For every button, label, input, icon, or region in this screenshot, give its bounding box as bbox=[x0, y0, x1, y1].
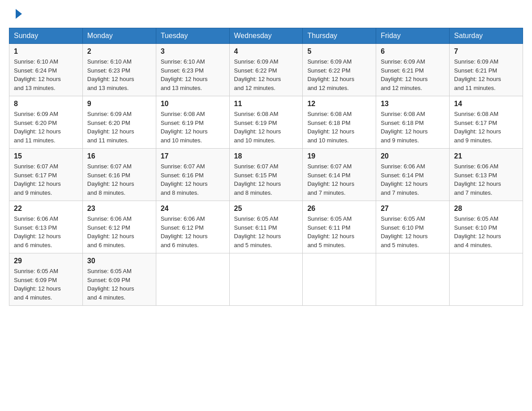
calendar-day-cell: 30Sunrise: 6:05 AMSunset: 6:09 PMDayligh… bbox=[82, 253, 156, 306]
day-info: Sunrise: 6:06 AMSunset: 6:12 PMDaylight:… bbox=[161, 214, 225, 249]
day-number: 24 bbox=[161, 205, 225, 213]
calendar-day-cell: 5Sunrise: 6:09 AMSunset: 6:22 PMDaylight… bbox=[303, 44, 376, 96]
calendar-day-cell: 28Sunrise: 6:05 AMSunset: 6:10 PMDayligh… bbox=[450, 201, 523, 253]
day-info: Sunrise: 6:08 AMSunset: 6:19 PMDaylight:… bbox=[161, 110, 225, 145]
day-info: Sunrise: 6:08 AMSunset: 6:17 PMDaylight:… bbox=[454, 110, 518, 145]
day-info: Sunrise: 6:09 AMSunset: 6:21 PMDaylight:… bbox=[381, 57, 445, 92]
day-info: Sunrise: 6:09 AMSunset: 6:22 PMDaylight:… bbox=[234, 57, 298, 92]
day-number: 22 bbox=[14, 205, 78, 213]
calendar-day-cell: 22Sunrise: 6:06 AMSunset: 6:13 PMDayligh… bbox=[9, 201, 83, 253]
day-info: Sunrise: 6:08 AMSunset: 6:18 PMDaylight:… bbox=[307, 110, 371, 145]
calendar-day-cell: 25Sunrise: 6:05 AMSunset: 6:11 PMDayligh… bbox=[229, 201, 303, 253]
day-number: 29 bbox=[14, 257, 78, 265]
day-of-week-header: Friday bbox=[376, 28, 450, 44]
calendar-day-cell: 3Sunrise: 6:10 AMSunset: 6:23 PMDaylight… bbox=[156, 44, 229, 96]
day-number: 10 bbox=[161, 100, 225, 108]
day-info: Sunrise: 6:07 AMSunset: 6:16 PMDaylight:… bbox=[87, 162, 151, 197]
calendar-day-cell bbox=[376, 253, 450, 306]
calendar-day-cell: 16Sunrise: 6:07 AMSunset: 6:16 PMDayligh… bbox=[82, 149, 156, 201]
day-number: 6 bbox=[381, 47, 445, 56]
day-of-week-header: Monday bbox=[82, 28, 156, 44]
svg-marker-0 bbox=[16, 9, 22, 19]
day-number: 2 bbox=[87, 47, 151, 56]
calendar-day-cell: 8Sunrise: 6:09 AMSunset: 6:20 PMDaylight… bbox=[9, 96, 83, 149]
day-number: 1 bbox=[14, 47, 78, 56]
day-number: 26 bbox=[307, 205, 371, 213]
day-info: Sunrise: 6:08 AMSunset: 6:18 PMDaylight:… bbox=[381, 110, 445, 145]
calendar-day-cell: 12Sunrise: 6:08 AMSunset: 6:18 PMDayligh… bbox=[303, 96, 376, 149]
day-info: Sunrise: 6:09 AMSunset: 6:21 PMDaylight:… bbox=[454, 57, 518, 92]
day-number: 5 bbox=[307, 47, 371, 56]
day-info: Sunrise: 6:09 AMSunset: 6:22 PMDaylight:… bbox=[307, 57, 371, 92]
calendar-day-cell: 4Sunrise: 6:09 AMSunset: 6:22 PMDaylight… bbox=[229, 44, 303, 96]
calendar-table: SundayMondayTuesdayWednesdayThursdayFrid… bbox=[9, 28, 523, 306]
calendar-day-cell: 11Sunrise: 6:08 AMSunset: 6:19 PMDayligh… bbox=[229, 96, 303, 149]
calendar-day-cell: 10Sunrise: 6:08 AMSunset: 6:19 PMDayligh… bbox=[156, 96, 229, 149]
calendar-day-cell: 29Sunrise: 6:05 AMSunset: 6:09 PMDayligh… bbox=[9, 253, 83, 306]
day-info: Sunrise: 6:05 AMSunset: 6:11 PMDaylight:… bbox=[307, 214, 371, 249]
day-number: 17 bbox=[161, 152, 225, 160]
day-info: Sunrise: 6:10 AMSunset: 6:24 PMDaylight:… bbox=[14, 57, 78, 92]
day-of-week-header: Thursday bbox=[303, 28, 376, 44]
day-info: Sunrise: 6:05 AMSunset: 6:09 PMDaylight:… bbox=[87, 267, 151, 302]
day-number: 4 bbox=[234, 47, 298, 56]
calendar-day-cell: 9Sunrise: 6:09 AMSunset: 6:20 PMDaylight… bbox=[82, 96, 156, 149]
calendar-day-cell bbox=[450, 253, 523, 306]
logo-flag-icon bbox=[9, 9, 22, 19]
day-of-week-header: Sunday bbox=[9, 28, 83, 44]
calendar-week-row: 1Sunrise: 6:10 AMSunset: 6:24 PMDaylight… bbox=[9, 44, 523, 96]
calendar-day-cell: 13Sunrise: 6:08 AMSunset: 6:18 PMDayligh… bbox=[376, 96, 450, 149]
calendar-day-cell: 1Sunrise: 6:10 AMSunset: 6:24 PMDaylight… bbox=[9, 44, 83, 96]
calendar-day-cell: 2Sunrise: 6:10 AMSunset: 6:23 PMDaylight… bbox=[82, 44, 156, 96]
calendar-day-cell: 7Sunrise: 6:09 AMSunset: 6:21 PMDaylight… bbox=[450, 44, 523, 96]
day-number: 30 bbox=[87, 257, 151, 265]
calendar-day-cell: 27Sunrise: 6:05 AMSunset: 6:10 PMDayligh… bbox=[376, 201, 450, 253]
day-number: 25 bbox=[234, 205, 298, 213]
day-info: Sunrise: 6:05 AMSunset: 6:10 PMDaylight:… bbox=[381, 214, 445, 249]
calendar-day-cell: 14Sunrise: 6:08 AMSunset: 6:17 PMDayligh… bbox=[450, 96, 523, 149]
day-info: Sunrise: 6:09 AMSunset: 6:20 PMDaylight:… bbox=[14, 110, 78, 145]
day-info: Sunrise: 6:05 AMSunset: 6:11 PMDaylight:… bbox=[234, 214, 298, 249]
calendar-day-cell: 15Sunrise: 6:07 AMSunset: 6:17 PMDayligh… bbox=[9, 149, 83, 201]
calendar-day-cell: 23Sunrise: 6:06 AMSunset: 6:12 PMDayligh… bbox=[82, 201, 156, 253]
calendar-day-cell: 6Sunrise: 6:09 AMSunset: 6:21 PMDaylight… bbox=[376, 44, 450, 96]
calendar-day-cell bbox=[229, 253, 303, 306]
day-info: Sunrise: 6:06 AMSunset: 6:14 PMDaylight:… bbox=[381, 162, 445, 197]
day-info: Sunrise: 6:06 AMSunset: 6:13 PMDaylight:… bbox=[454, 162, 518, 197]
calendar-day-cell: 20Sunrise: 6:06 AMSunset: 6:14 PMDayligh… bbox=[376, 149, 450, 201]
day-number: 18 bbox=[234, 152, 298, 160]
day-number: 3 bbox=[161, 47, 225, 56]
calendar-header-row: SundayMondayTuesdayWednesdayThursdayFrid… bbox=[9, 28, 523, 44]
calendar-day-cell: 17Sunrise: 6:07 AMSunset: 6:16 PMDayligh… bbox=[156, 149, 229, 201]
day-number: 20 bbox=[381, 152, 445, 160]
calendar-day-cell bbox=[156, 253, 229, 306]
day-of-week-header: Saturday bbox=[450, 28, 523, 44]
day-number: 11 bbox=[234, 100, 298, 108]
day-info: Sunrise: 6:05 AMSunset: 6:09 PMDaylight:… bbox=[14, 267, 78, 302]
calendar-day-cell: 18Sunrise: 6:07 AMSunset: 6:15 PMDayligh… bbox=[229, 149, 303, 201]
day-info: Sunrise: 6:07 AMSunset: 6:16 PMDaylight:… bbox=[161, 162, 225, 197]
day-of-week-header: Tuesday bbox=[156, 28, 229, 44]
day-info: Sunrise: 6:07 AMSunset: 6:15 PMDaylight:… bbox=[234, 162, 298, 197]
calendar-day-cell bbox=[303, 253, 376, 306]
day-number: 14 bbox=[454, 100, 518, 108]
day-number: 28 bbox=[454, 205, 518, 213]
day-number: 21 bbox=[454, 152, 518, 160]
day-info: Sunrise: 6:06 AMSunset: 6:13 PMDaylight:… bbox=[14, 214, 78, 249]
day-number: 27 bbox=[381, 205, 445, 213]
day-number: 23 bbox=[87, 205, 151, 213]
day-number: 7 bbox=[454, 47, 518, 56]
day-number: 8 bbox=[14, 100, 78, 108]
calendar-day-cell: 24Sunrise: 6:06 AMSunset: 6:12 PMDayligh… bbox=[156, 201, 229, 253]
logo bbox=[9, 9, 21, 19]
day-number: 9 bbox=[87, 100, 151, 108]
page-header bbox=[9, 9, 523, 19]
day-info: Sunrise: 6:10 AMSunset: 6:23 PMDaylight:… bbox=[87, 57, 151, 92]
calendar-day-cell: 26Sunrise: 6:05 AMSunset: 6:11 PMDayligh… bbox=[303, 201, 376, 253]
day-info: Sunrise: 6:06 AMSunset: 6:12 PMDaylight:… bbox=[87, 214, 151, 249]
calendar-week-row: 29Sunrise: 6:05 AMSunset: 6:09 PMDayligh… bbox=[9, 253, 523, 306]
calendar-week-row: 22Sunrise: 6:06 AMSunset: 6:13 PMDayligh… bbox=[9, 201, 523, 253]
day-info: Sunrise: 6:09 AMSunset: 6:20 PMDaylight:… bbox=[87, 110, 151, 145]
day-info: Sunrise: 6:07 AMSunset: 6:14 PMDaylight:… bbox=[307, 162, 371, 197]
day-info: Sunrise: 6:08 AMSunset: 6:19 PMDaylight:… bbox=[234, 110, 298, 145]
